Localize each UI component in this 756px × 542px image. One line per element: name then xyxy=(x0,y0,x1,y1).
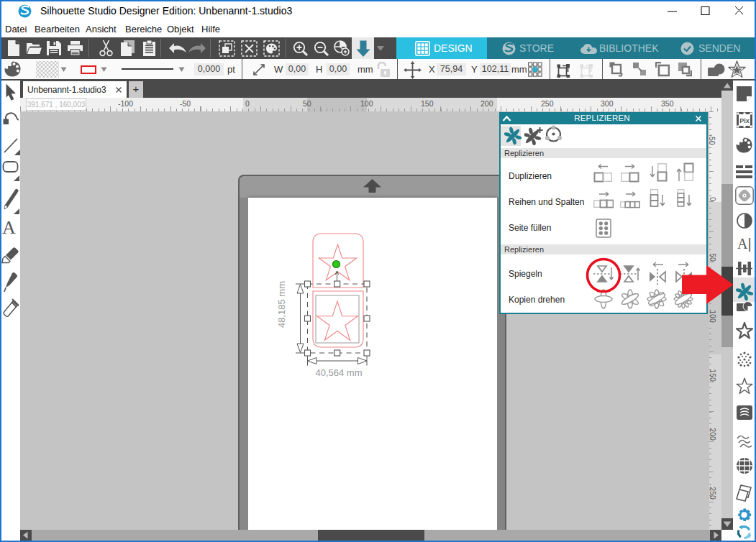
svg-text:Pix: Pix xyxy=(739,117,750,124)
